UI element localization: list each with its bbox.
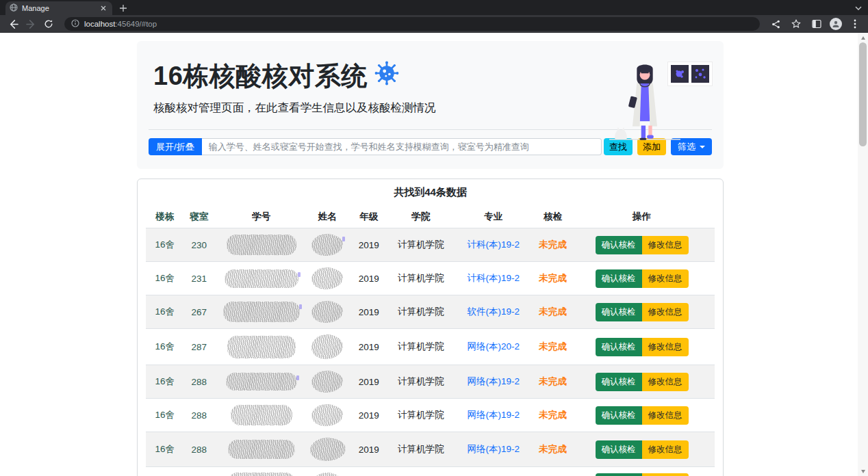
status-cell: 未完成 <box>537 228 569 262</box>
student-id-cell <box>214 262 309 295</box>
table-row: 16舍 230 2019 计算机学院 计科(本)19-2 未完成 确认核检 修改… <box>146 228 715 262</box>
major-link[interactable]: 计科(本)19-2 <box>467 273 520 283</box>
edit-info-button[interactable]: 修改信息 <box>642 269 689 288</box>
room-cell: 287 <box>184 329 214 365</box>
confirm-check-button[interactable]: 确认核检 <box>596 373 642 391</box>
browser-menu-icon[interactable] <box>847 16 863 31</box>
new-tab-button[interactable] <box>115 1 131 15</box>
room-cell: 288 <box>184 365 214 399</box>
page-viewport: 16栋核酸核对系统 <box>0 33 868 476</box>
student-id-cell <box>214 432 309 467</box>
url-host: localhost <box>84 20 115 28</box>
scroll-up-icon[interactable] <box>858 33 868 42</box>
grade-cell: 2019 <box>346 228 391 262</box>
student-name-cell <box>309 295 346 329</box>
expand-collapse-button[interactable]: 展开/折叠 <box>149 138 202 155</box>
globe-favicon-icon <box>10 3 18 13</box>
student-id-cell <box>214 467 309 476</box>
confirm-check-button[interactable]: 确认核检 <box>596 473 642 476</box>
status-badge: 未完成 <box>539 410 567 420</box>
status-cell: 未完成 <box>537 432 569 467</box>
table-row: 16舍 288 2019 计算机学院 网络(本)19-2 未完成 确认核检 修改… <box>146 432 715 467</box>
actions-cell: 确认核检 修改信息 <box>569 365 715 399</box>
scroll-down-icon[interactable] <box>858 466 868 476</box>
student-name-cell <box>309 262 346 295</box>
redacted-student-id <box>231 405 292 425</box>
major-cell: 网络(本)19-2 <box>450 399 537 432</box>
actions-cell: 确认核检 修改信息 <box>569 262 715 295</box>
edit-info-button[interactable]: 修改信息 <box>642 303 689 321</box>
scrollbar-thumb[interactable] <box>859 42 867 146</box>
edit-info-button[interactable]: 修改信息 <box>642 373 689 391</box>
browser-tab-manage[interactable]: Manage <box>5 1 112 15</box>
edit-info-button[interactable]: 修改信息 <box>642 406 689 425</box>
actions-cell: 确认核检 修改信息 <box>569 399 715 432</box>
edit-info-button[interactable]: 修改信息 <box>642 236 689 254</box>
status-badge: 未完成 <box>539 273 567 283</box>
tab-close-icon[interactable] <box>99 3 108 13</box>
tab-list-chevron-icon[interactable] <box>854 3 863 15</box>
side-panel-icon[interactable] <box>809 16 824 31</box>
status-badge: 未完成 <box>539 444 567 454</box>
actions-cell: 确认核检 修改信息 <box>569 467 715 476</box>
specimen-pictures <box>667 62 713 86</box>
major-link[interactable]: 网络(本)19-2 <box>467 410 520 420</box>
edit-info-button[interactable]: 修改信息 <box>642 338 689 356</box>
actions-cell: 确认核检 修改信息 <box>569 228 715 262</box>
results-card: 共找到44条数据 楼栋 寝室 学号 姓名 年级 学院 专业 核检 操作 <box>137 178 724 476</box>
bookmark-star-icon[interactable] <box>789 16 804 31</box>
results-summary: 共找到44条数据 <box>146 179 715 206</box>
address-bar[interactable]: localhost:45649/#top <box>64 17 760 31</box>
confirm-check-button[interactable]: 确认核检 <box>596 303 642 321</box>
status-cell: 未完成 <box>537 295 569 329</box>
building-cell: 16舍 <box>146 467 184 476</box>
status-cell: 未完成 <box>537 329 569 365</box>
forward-button[interactable] <box>23 16 38 31</box>
major-link[interactable]: 计科(本)19-2 <box>467 239 520 250</box>
url-text: localhost:45649/#top <box>84 20 157 28</box>
building-cell: 16舍 <box>146 262 184 295</box>
page-info-icon[interactable] <box>71 19 79 29</box>
tab-title: Manage <box>22 4 94 12</box>
grade-cell: 2019 <box>346 365 391 399</box>
major-cell: 计科(本)19-2 <box>450 228 537 262</box>
redacted-student-name <box>311 371 343 393</box>
redacted-student-id <box>228 440 295 459</box>
college-cell: 计算机学院 <box>392 399 450 432</box>
tab-strip: Manage <box>0 0 868 15</box>
col-grade: 年级 <box>346 206 391 228</box>
redacted-student-id <box>226 373 297 391</box>
major-cell: 网络(本)19-2 <box>450 467 537 476</box>
confirm-check-button[interactable]: 确认核检 <box>596 406 642 425</box>
profile-avatar[interactable] <box>830 18 842 30</box>
student-id-cell <box>214 365 309 399</box>
major-link[interactable]: 软件(本)19-2 <box>467 306 520 317</box>
page-scrollbar[interactable] <box>858 33 868 476</box>
chevron-down-icon <box>700 146 705 148</box>
status-cell: 未完成 <box>537 365 569 399</box>
major-link[interactable]: 网络(本)20-2 <box>467 341 520 352</box>
major-link[interactable]: 网络(本)19-2 <box>467 376 520 386</box>
table-row: 16舍 287 2019 计算机学院 网络(本)20-2 未完成 确认核检 修改… <box>146 329 715 365</box>
confirm-check-button[interactable]: 确认核检 <box>596 269 642 288</box>
status-badge: 未完成 <box>539 306 567 317</box>
edit-info-button[interactable]: 修改信息 <box>642 440 689 459</box>
confirm-check-button[interactable]: 确认核检 <box>596 440 642 459</box>
redacted-student-id <box>227 336 296 358</box>
refresh-button[interactable] <box>41 16 56 31</box>
toolbar-actions <box>768 16 863 31</box>
col-college: 学院 <box>392 206 450 228</box>
edit-info-button[interactable]: 修改信息 <box>642 473 689 476</box>
major-link[interactable]: 网络(本)19-2 <box>467 444 520 454</box>
back-button[interactable] <box>5 16 21 31</box>
confirm-check-button[interactable]: 确认核检 <box>596 338 642 356</box>
search-input[interactable] <box>202 138 602 155</box>
col-major: 专业 <box>450 206 537 228</box>
student-name-cell <box>309 467 346 476</box>
grade-cell: 2019 <box>346 295 391 329</box>
redacted-student-name <box>311 301 343 323</box>
student-id-cell <box>214 295 309 329</box>
share-icon[interactable] <box>768 16 783 31</box>
room-cell: 231 <box>184 262 214 295</box>
confirm-check-button[interactable]: 确认核检 <box>596 236 642 254</box>
